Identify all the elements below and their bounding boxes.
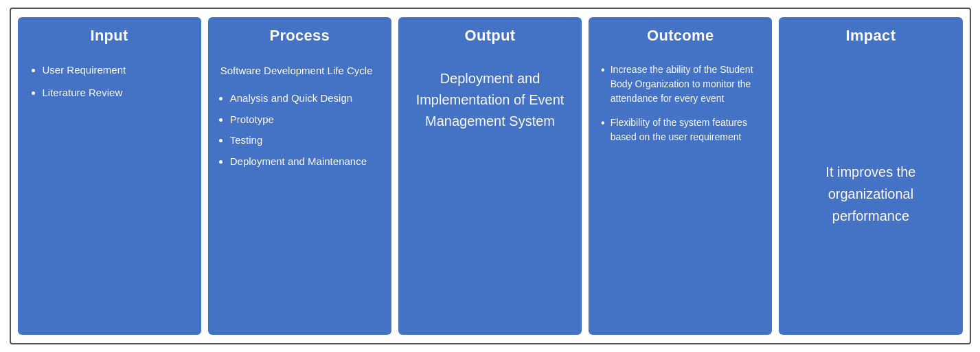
main-frame: Input User Requirement Literature Review… (10, 8, 971, 344)
list-item: Deployment and Maintenance (230, 154, 379, 170)
list-item: Flexibility of the system features based… (601, 116, 760, 144)
body-impact: It improves the organizational performan… (779, 53, 962, 335)
outcome-list: Increase the ability of the Student Body… (601, 63, 760, 144)
impact-text: It improves the organizational performan… (791, 161, 950, 227)
list-item: Analysis and Quick Design (230, 91, 379, 107)
header-output: Output (398, 17, 582, 53)
output-text: Deployment and Implementation of Event M… (411, 63, 569, 132)
column-input: Input User Requirement Literature Review (18, 17, 201, 335)
input-list: User Requirement Literature Review (30, 63, 189, 100)
header-process: Process (208, 17, 391, 53)
list-item: User Requirement (43, 63, 189, 78)
body-output: Deployment and Implementation of Event M… (398, 53, 582, 335)
process-list: Analysis and Quick Design Prototype Test… (220, 91, 379, 169)
list-item: Testing (230, 133, 379, 148)
column-process: Process Software Development Life Cycle … (208, 17, 391, 335)
body-input: User Requirement Literature Review (18, 53, 201, 335)
header-input: Input (18, 17, 201, 53)
column-output: Output Deployment and Implementation of … (398, 17, 582, 335)
process-plain-text: Software Development Life Cycle (220, 63, 379, 78)
column-impact: Impact It improves the organizational pe… (779, 17, 962, 335)
list-item: Prototype (230, 112, 379, 128)
header-impact: Impact (779, 17, 962, 53)
list-item: Increase the ability of the Student Body… (601, 63, 760, 106)
header-outcome: Outcome (589, 17, 772, 53)
list-item: Literature Review (43, 85, 189, 101)
column-outcome: Outcome Increase the ability of the Stud… (589, 17, 772, 335)
body-outcome: Increase the ability of the Student Body… (589, 53, 772, 335)
body-process: Software Development Life Cycle Analysis… (208, 53, 391, 335)
